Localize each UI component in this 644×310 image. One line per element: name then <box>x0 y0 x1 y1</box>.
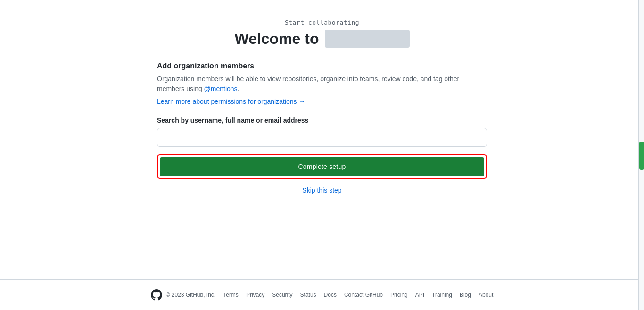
footer-link-api[interactable]: API <box>415 292 424 298</box>
search-input[interactable] <box>157 128 487 147</box>
search-label: Search by username, full name or email a… <box>157 117 487 124</box>
mentions-link[interactable]: @mentions <box>204 85 238 92</box>
footer-link-training[interactable]: Training <box>432 292 452 298</box>
skip-step-link[interactable]: Skip this step <box>157 186 487 194</box>
footer-link-about[interactable]: About <box>479 292 493 298</box>
github-logo-icon <box>151 289 162 301</box>
description-suffix: . <box>238 85 239 92</box>
complete-setup-wrapper: Complete setup <box>157 154 487 179</box>
title-row: Welcome to <box>235 30 410 48</box>
scrollbar-track <box>638 0 644 310</box>
footer: © 2023 GitHub, Inc. Terms Privacy Securi… <box>0 280 644 310</box>
form-container: Add organization members Organization me… <box>148 62 496 194</box>
footer-link-pricing[interactable]: Pricing <box>390 292 408 298</box>
footer-link-terms[interactable]: Terms <box>223 292 239 298</box>
description-text: Organization members will be able to vie… <box>157 74 487 94</box>
learn-more-link[interactable]: Learn more about permissions for organiz… <box>157 98 305 105</box>
page-title: Welcome to <box>235 30 319 48</box>
footer-link-security[interactable]: Security <box>272 292 292 298</box>
page-wrapper: Start collaborating Welcome to Add organ… <box>0 0 644 310</box>
footer-logo: © 2023 GitHub, Inc. <box>151 289 216 301</box>
main-content: Start collaborating Welcome to Add organ… <box>0 0 644 279</box>
org-name-redacted <box>325 30 410 48</box>
section-heading: Add organization members <box>157 62 487 70</box>
footer-link-docs[interactable]: Docs <box>324 292 337 298</box>
footer-link-status[interactable]: Status <box>300 292 316 298</box>
footer-link-privacy[interactable]: Privacy <box>246 292 264 298</box>
footer-link-blog[interactable]: Blog <box>460 292 471 298</box>
footer-link-contact[interactable]: Contact GitHub <box>344 292 383 298</box>
scrollbar-thumb[interactable] <box>639 142 644 170</box>
complete-setup-button[interactable]: Complete setup <box>160 157 484 176</box>
description-main: Organization members will be able to vie… <box>157 75 459 92</box>
subtitle: Start collaborating <box>285 19 359 26</box>
footer-copyright: © 2023 GitHub, Inc. <box>166 292 216 298</box>
